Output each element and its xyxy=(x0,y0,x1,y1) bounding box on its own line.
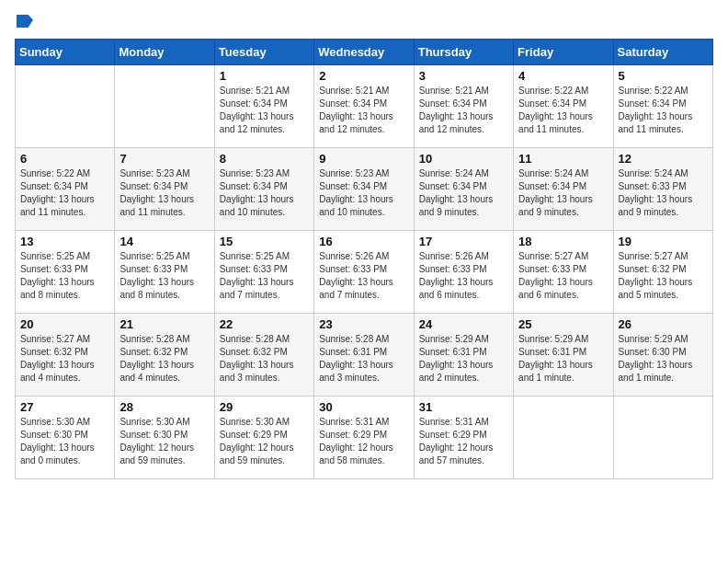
day-number: 4 xyxy=(518,69,608,83)
calendar-cell: 14Sunrise: 5:25 AMSunset: 6:33 PMDayligh… xyxy=(115,231,214,314)
day-info: Sunrise: 5:23 AMSunset: 6:34 PMDaylight:… xyxy=(220,167,309,219)
calendar-cell: 29Sunrise: 5:30 AMSunset: 6:29 PMDayligh… xyxy=(214,396,313,479)
calendar-cell xyxy=(115,65,214,148)
day-info: Sunrise: 5:27 AMSunset: 6:33 PMDaylight:… xyxy=(518,250,608,302)
day-info: Sunrise: 5:28 AMSunset: 6:32 PMDaylight:… xyxy=(119,333,209,385)
calendar-day-header-saturday: Saturday xyxy=(613,40,712,65)
day-info: Sunrise: 5:22 AMSunset: 6:34 PMDaylight:… xyxy=(20,167,109,219)
day-info: Sunrise: 5:31 AMSunset: 6:29 PMDaylight:… xyxy=(419,416,508,467)
day-number: 8 xyxy=(220,152,309,166)
calendar-cell: 17Sunrise: 5:26 AMSunset: 6:33 PMDayligh… xyxy=(414,231,513,314)
calendar-week-1: 1Sunrise: 5:21 AMSunset: 6:34 PMDaylight… xyxy=(16,65,713,148)
day-info: Sunrise: 5:29 AMSunset: 6:31 PMDaylight:… xyxy=(518,333,608,385)
calendar-cell: 11Sunrise: 5:24 AMSunset: 6:34 PMDayligh… xyxy=(514,148,613,231)
day-info: Sunrise: 5:30 AMSunset: 6:29 PMDaylight:… xyxy=(220,416,309,467)
day-info: Sunrise: 5:25 AMSunset: 6:33 PMDaylight:… xyxy=(119,250,209,302)
day-number: 25 xyxy=(518,317,608,331)
day-info: Sunrise: 5:29 AMSunset: 6:30 PMDaylight:… xyxy=(619,333,708,385)
day-info: Sunrise: 5:23 AMSunset: 6:34 PMDaylight:… xyxy=(119,167,209,219)
day-number: 9 xyxy=(319,152,408,166)
day-info: Sunrise: 5:26 AMSunset: 6:33 PMDaylight:… xyxy=(319,250,408,302)
day-number: 16 xyxy=(319,235,408,248)
day-number: 31 xyxy=(419,400,508,414)
day-number: 29 xyxy=(220,400,309,414)
day-number: 14 xyxy=(119,235,209,248)
calendar-cell: 31Sunrise: 5:31 AMSunset: 6:29 PMDayligh… xyxy=(414,396,513,479)
day-number: 17 xyxy=(419,235,508,248)
day-info: Sunrise: 5:23 AMSunset: 6:34 PMDaylight:… xyxy=(319,167,408,219)
calendar-cell: 7Sunrise: 5:23 AMSunset: 6:34 PMDaylight… xyxy=(115,148,214,231)
day-number: 1 xyxy=(220,69,309,83)
calendar-cell xyxy=(514,396,613,479)
calendar-week-3: 13Sunrise: 5:25 AMSunset: 6:33 PMDayligh… xyxy=(16,231,713,314)
calendar-day-header-monday: Monday xyxy=(115,40,214,65)
day-number: 11 xyxy=(518,152,608,166)
day-number: 22 xyxy=(220,317,309,331)
calendar-cell: 26Sunrise: 5:29 AMSunset: 6:30 PMDayligh… xyxy=(613,314,712,396)
calendar-cell: 9Sunrise: 5:23 AMSunset: 6:34 PMDaylight… xyxy=(314,148,414,231)
day-info: Sunrise: 5:27 AMSunset: 6:32 PMDaylight:… xyxy=(619,250,708,302)
calendar-day-header-sunday: Sunday xyxy=(16,40,115,65)
calendar-cell: 22Sunrise: 5:28 AMSunset: 6:32 PMDayligh… xyxy=(214,314,313,396)
day-number: 19 xyxy=(619,235,708,248)
day-number: 21 xyxy=(119,317,209,331)
calendar-cell: 25Sunrise: 5:29 AMSunset: 6:31 PMDayligh… xyxy=(514,314,613,396)
calendar-cell: 12Sunrise: 5:24 AMSunset: 6:33 PMDayligh… xyxy=(613,148,712,231)
day-info: Sunrise: 5:25 AMSunset: 6:33 PMDaylight:… xyxy=(20,250,109,302)
day-info: Sunrise: 5:24 AMSunset: 6:34 PMDaylight:… xyxy=(419,167,508,219)
day-info: Sunrise: 5:30 AMSunset: 6:30 PMDaylight:… xyxy=(119,416,209,467)
day-info: Sunrise: 5:26 AMSunset: 6:33 PMDaylight:… xyxy=(419,250,508,302)
calendar-week-2: 6Sunrise: 5:22 AMSunset: 6:34 PMDaylight… xyxy=(16,148,713,231)
day-number: 12 xyxy=(619,152,708,166)
calendar-cell: 18Sunrise: 5:27 AMSunset: 6:33 PMDayligh… xyxy=(514,231,613,314)
day-info: Sunrise: 5:21 AMSunset: 6:34 PMDaylight:… xyxy=(319,85,408,136)
logo-icon xyxy=(17,15,33,28)
calendar-cell: 20Sunrise: 5:27 AMSunset: 6:32 PMDayligh… xyxy=(16,314,115,396)
day-info: Sunrise: 5:21 AMSunset: 6:34 PMDaylight:… xyxy=(220,85,309,136)
day-number: 24 xyxy=(419,317,508,331)
logo xyxy=(15,15,33,28)
calendar-cell: 23Sunrise: 5:28 AMSunset: 6:31 PMDayligh… xyxy=(314,314,414,396)
calendar-cell: 24Sunrise: 5:29 AMSunset: 6:31 PMDayligh… xyxy=(414,314,513,396)
day-number: 7 xyxy=(119,152,209,166)
day-info: Sunrise: 5:29 AMSunset: 6:31 PMDaylight:… xyxy=(419,333,508,385)
calendar-table: SundayMondayTuesdayWednesdayThursdayFrid… xyxy=(15,39,713,479)
day-info: Sunrise: 5:30 AMSunset: 6:30 PMDaylight:… xyxy=(20,416,109,467)
calendar-week-5: 27Sunrise: 5:30 AMSunset: 6:30 PMDayligh… xyxy=(16,396,713,479)
day-info: Sunrise: 5:22 AMSunset: 6:34 PMDaylight:… xyxy=(518,85,608,136)
calendar-cell: 2Sunrise: 5:21 AMSunset: 6:34 PMDaylight… xyxy=(314,65,414,148)
calendar-cell: 16Sunrise: 5:26 AMSunset: 6:33 PMDayligh… xyxy=(314,231,414,314)
calendar-day-header-thursday: Thursday xyxy=(414,40,513,65)
calendar-cell: 8Sunrise: 5:23 AMSunset: 6:34 PMDaylight… xyxy=(214,148,313,231)
day-info: Sunrise: 5:21 AMSunset: 6:34 PMDaylight:… xyxy=(419,85,508,136)
calendar-week-4: 20Sunrise: 5:27 AMSunset: 6:32 PMDayligh… xyxy=(16,314,713,396)
calendar-cell: 19Sunrise: 5:27 AMSunset: 6:32 PMDayligh… xyxy=(613,231,712,314)
calendar-cell: 13Sunrise: 5:25 AMSunset: 6:33 PMDayligh… xyxy=(16,231,115,314)
day-number: 13 xyxy=(20,235,109,248)
calendar-cell: 30Sunrise: 5:31 AMSunset: 6:29 PMDayligh… xyxy=(314,396,414,479)
calendar-cell: 28Sunrise: 5:30 AMSunset: 6:30 PMDayligh… xyxy=(115,396,214,479)
calendar-cell: 10Sunrise: 5:24 AMSunset: 6:34 PMDayligh… xyxy=(414,148,513,231)
calendar-cell: 5Sunrise: 5:22 AMSunset: 6:34 PMDaylight… xyxy=(613,65,712,148)
day-number: 27 xyxy=(20,400,109,414)
day-info: Sunrise: 5:28 AMSunset: 6:32 PMDaylight:… xyxy=(220,333,309,385)
calendar-cell: 4Sunrise: 5:22 AMSunset: 6:34 PMDaylight… xyxy=(514,65,613,148)
day-info: Sunrise: 5:27 AMSunset: 6:32 PMDaylight:… xyxy=(20,333,109,385)
calendar-cell: 6Sunrise: 5:22 AMSunset: 6:34 PMDaylight… xyxy=(16,148,115,231)
day-number: 26 xyxy=(619,317,708,331)
day-info: Sunrise: 5:24 AMSunset: 6:34 PMDaylight:… xyxy=(518,167,608,219)
day-info: Sunrise: 5:28 AMSunset: 6:31 PMDaylight:… xyxy=(319,333,408,385)
day-info: Sunrise: 5:31 AMSunset: 6:29 PMDaylight:… xyxy=(319,416,408,467)
day-number: 5 xyxy=(619,69,708,83)
day-number: 20 xyxy=(20,317,109,331)
day-number: 6 xyxy=(20,152,109,166)
day-number: 28 xyxy=(119,400,209,414)
calendar-header-row: SundayMondayTuesdayWednesdayThursdayFrid… xyxy=(16,40,713,65)
day-number: 10 xyxy=(419,152,508,166)
calendar-cell: 1Sunrise: 5:21 AMSunset: 6:34 PMDaylight… xyxy=(214,65,313,148)
calendar-cell: 27Sunrise: 5:30 AMSunset: 6:30 PMDayligh… xyxy=(16,396,115,479)
calendar-cell: 15Sunrise: 5:25 AMSunset: 6:33 PMDayligh… xyxy=(214,231,313,314)
calendar-day-header-tuesday: Tuesday xyxy=(214,40,313,65)
calendar-day-header-friday: Friday xyxy=(514,40,613,65)
calendar-day-header-wednesday: Wednesday xyxy=(314,40,414,65)
